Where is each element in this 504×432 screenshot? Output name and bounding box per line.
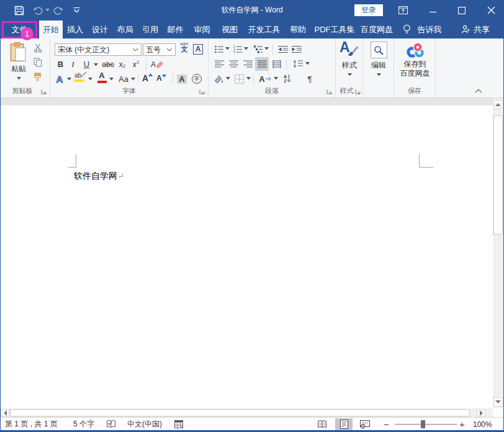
- distribute-button[interactable]: [271, 58, 283, 70]
- page[interactable]: 软件自学网↵: [0, 106, 493, 408]
- tab-review[interactable]: 审阅: [188, 20, 216, 38]
- language-indicator[interactable]: 中文(中国): [127, 418, 162, 431]
- numbering-dropdown-icon[interactable]: [244, 47, 248, 50]
- close-button[interactable]: [482, 0, 500, 20]
- login-button[interactable]: 登录: [354, 4, 383, 16]
- shading-button[interactable]: [212, 73, 225, 84]
- font-size-combo[interactable]: 五号: [143, 43, 176, 56]
- enclose-characters-button[interactable]: 字: [191, 73, 203, 85]
- format-painter-button[interactable]: [32, 72, 44, 83]
- macro-record-icon[interactable]: [174, 418, 183, 431]
- clipboard-dialog-launcher[interactable]: [41, 89, 47, 95]
- asian-layout-dropdown-icon[interactable]: [274, 77, 278, 80]
- align-right-button[interactable]: [242, 58, 253, 70]
- scroll-left-icon[interactable]: [1, 409, 9, 416]
- show-hide-marks-button[interactable]: ¶: [304, 73, 316, 85]
- zoom-slider-handle[interactable]: [421, 420, 425, 428]
- zoom-out-button[interactable]: −: [384, 418, 389, 431]
- numbering-button[interactable]: 123: [232, 43, 243, 55]
- editing-button[interactable]: 编辑: [367, 42, 390, 76]
- share-icon[interactable]: [458, 20, 472, 38]
- line-spacing-button[interactable]: [291, 58, 305, 70]
- increase-indent-button[interactable]: [290, 43, 303, 55]
- tab-design[interactable]: 设计: [88, 20, 112, 38]
- collapse-ribbon-icon[interactable]: [475, 89, 482, 93]
- copy-button[interactable]: [32, 57, 44, 68]
- grow-font-button[interactable]: A: [142, 73, 156, 85]
- font-color-button[interactable]: A: [96, 72, 108, 84]
- font-dialog-launcher[interactable]: [199, 89, 205, 95]
- highlight-button[interactable]: ab: [74, 73, 88, 85]
- scroll-down-icon[interactable]: [493, 397, 503, 407]
- paste-dropdown-icon[interactable]: [17, 77, 21, 80]
- tab-help[interactable]: 帮助: [285, 20, 311, 38]
- styles-dropdown-icon[interactable]: [348, 73, 352, 76]
- align-center-button[interactable]: [228, 58, 239, 70]
- tab-references[interactable]: 引用: [138, 20, 163, 38]
- subscript-button[interactable]: x2: [116, 58, 128, 70]
- text-effects-button[interactable]: A: [53, 73, 66, 85]
- share-tab[interactable]: 共享: [471, 20, 492, 38]
- maximize-button[interactable]: [452, 0, 471, 20]
- bullets-dropdown-icon[interactable]: [225, 47, 230, 50]
- phonetic-guide-button[interactable]: wén 文: [178, 42, 191, 53]
- underline-button[interactable]: U: [81, 58, 92, 70]
- bold-button[interactable]: B: [55, 58, 66, 70]
- document-text[interactable]: 软件自学网↵: [74, 171, 124, 182]
- character-border-button[interactable]: A: [192, 43, 204, 55]
- print-layout-button[interactable]: [335, 418, 353, 430]
- tab-pdf-tools[interactable]: PDF工具集: [311, 20, 358, 38]
- ribbon-display-options-icon[interactable]: [394, 0, 412, 20]
- web-layout-button[interactable]: [356, 418, 374, 430]
- font-color-dropdown-icon[interactable]: [109, 78, 114, 81]
- borders-button[interactable]: [233, 73, 245, 84]
- strikethrough-button[interactable]: abc: [100, 58, 116, 70]
- lightbulb-icon[interactable]: [399, 20, 414, 38]
- tab-insert[interactable]: 插入: [63, 20, 88, 38]
- tell-me-tab[interactable]: 告诉我: [414, 20, 445, 38]
- tab-layout[interactable]: 布局: [112, 20, 138, 38]
- tab-home[interactable]: 开始: [39, 20, 63, 38]
- clear-formatting-button[interactable]: A: [150, 58, 164, 70]
- styles-button[interactable]: A 样式: [337, 41, 362, 76]
- multilevel-list-button[interactable]: [253, 43, 264, 55]
- zoom-in-button[interactable]: +: [459, 418, 465, 431]
- change-case-dropdown-icon[interactable]: [131, 78, 135, 81]
- save-to-baidu-button[interactable]: 保存到 百度网盘: [397, 41, 433, 78]
- word-count[interactable]: 5 个字: [73, 418, 94, 431]
- read-mode-button[interactable]: [313, 418, 331, 430]
- vertical-scrollbar[interactable]: [493, 98, 503, 408]
- decrease-indent-button[interactable]: [277, 43, 289, 55]
- vertical-scroll-thumb[interactable]: [493, 115, 503, 235]
- styles-dialog-launcher[interactable]: [355, 89, 361, 95]
- justify-button[interactable]: [255, 57, 269, 71]
- sort-button[interactable]: AZ: [281, 73, 294, 85]
- horizontal-scroll-thumb[interactable]: [10, 409, 470, 416]
- paste-button[interactable]: 粘贴: [6, 42, 31, 80]
- align-left-button[interactable]: [214, 58, 225, 70]
- scroll-up-icon[interactable]: [493, 100, 503, 109]
- horizontal-scrollbar[interactable]: [0, 408, 493, 417]
- zoom-slider-track[interactable]: [395, 424, 457, 425]
- multilevel-dropdown-icon[interactable]: [264, 47, 269, 50]
- line-spacing-dropdown-icon[interactable]: [305, 62, 310, 65]
- asian-layout-button[interactable]: A: [257, 73, 273, 85]
- tab-mailings[interactable]: 邮件: [163, 20, 188, 38]
- superscript-button[interactable]: x2: [130, 58, 142, 70]
- zoom-level[interactable]: 100%: [473, 418, 492, 431]
- minimize-button[interactable]: [424, 0, 443, 20]
- editing-dropdown-icon[interactable]: [377, 73, 381, 76]
- shrink-font-button[interactable]: A: [156, 73, 170, 85]
- shading-dropdown-icon[interactable]: [226, 77, 230, 80]
- highlight-dropdown-icon[interactable]: [88, 78, 92, 81]
- borders-dropdown-icon[interactable]: [246, 77, 251, 80]
- change-case-button[interactable]: Aa: [116, 73, 131, 85]
- cut-button[interactable]: [32, 43, 44, 53]
- tab-baidu-netdisk[interactable]: 百度网盘: [358, 20, 395, 38]
- underline-dropdown-icon[interactable]: [94, 63, 98, 66]
- text-effects-dropdown-icon[interactable]: [67, 78, 71, 81]
- italic-button[interactable]: I: [68, 58, 78, 70]
- tab-view[interactable]: 视图: [216, 20, 243, 38]
- tab-developer[interactable]: 开发工具: [243, 20, 285, 38]
- bullets-button[interactable]: [214, 43, 225, 55]
